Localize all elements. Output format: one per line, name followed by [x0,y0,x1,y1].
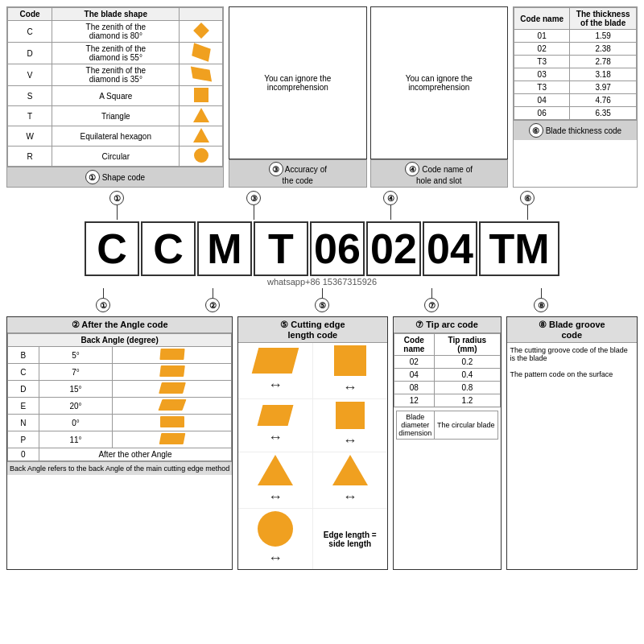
big-letters-section: C C M T 06 02 04 TM whatsapp+86 15367315… [0,221,644,287]
table-row: 0After the other Angle [8,448,232,461]
letter-T: T [254,221,308,276]
ann-3: ③ [246,191,261,220]
letter-04: 04 [423,221,477,276]
table-row: 020.2 [394,356,500,369]
table-row: 121.2 [394,394,500,407]
shape-col-desc: The blade shape [52,8,180,21]
tip-arc-title: ⑦ Tip arc code [394,317,501,333]
cutting-edge-title: ⑤ Cutting edgelength code [238,317,386,343]
table-row: 011.59 [514,30,637,43]
watermark: whatsapp+86 15367315926 [6,277,638,287]
angle-table: ② After the Angle code Back Angle (degre… [6,316,233,570]
table-row: C The zenith of thediamond is 80° [8,21,223,43]
letter-M: M [197,221,252,276]
ann-6: ⑥ [520,191,535,220]
table-row: B5° [8,347,232,364]
cut-row-2: ↔ ↔ [238,399,386,452]
table-row: R Circular [8,147,223,167]
ann-1: ① [109,191,124,220]
table-row: 040.4 [394,369,500,382]
info-box-4: You can ignore theincomprehension [370,6,509,159]
blade-groove-title: ⑧ Blade groovecode [507,317,637,343]
table-row: P11° [8,431,232,448]
ann-bottom-2: ② [205,288,220,312]
table-row: D The zenith of thediamond is 55° [8,43,223,64]
table-row: 080.8 [394,382,500,394]
shape-col-icon [180,8,223,21]
shape-col-code: Code [8,8,52,21]
tip-arc-note: Bladediameterdimension The circular blad… [394,407,501,442]
cut-row-3: ↔ ↔ [238,452,386,509]
blade-groove-table: ⑧ Blade groovecode The cutting groove co… [506,316,638,570]
info-box-4-footer: ④ Code name ofhole and slot [370,159,509,188]
letter-TM: TM [479,221,559,276]
table-row: V The zenith of thediamond is 35° [8,64,223,86]
angle-table-title: ② After the Angle code [7,317,232,333]
letter-02: 02 [366,221,421,276]
big-letters-row: C C M T 06 02 04 TM [6,221,638,276]
tip-arc-table: ⑦ Tip arc code Codename Tip radius(mm) 0… [393,316,502,570]
table-row: 022.38 [514,43,637,56]
table-row: 044.76 [514,94,637,107]
shape-footer: ① Shape code [7,167,223,187]
ann-4: ④ [383,191,398,220]
table-row: D15° [8,381,232,398]
table-row: N0° [8,415,232,431]
ann-bottom-1: ① [96,288,110,312]
table-row: T Triangle [8,106,223,126]
shape-code-table: Code The blade shape C The zenith of the… [6,6,224,188]
ann-bottom-5: ⑤ [315,288,329,312]
table-row: T32.78 [514,56,637,68]
thickness-footer: ⑥ Blade thickness code [514,120,637,140]
table-row: T33.97 [514,81,637,94]
letter-C2: C [141,221,196,276]
table-row: S A Square [8,86,223,106]
ann-bottom-8: ⑧ [534,288,548,312]
table-row: 033.18 [514,68,637,81]
cut-row-1: ↔ ↔ [238,343,386,399]
table-row: 066.35 [514,107,637,120]
ann-bottom-7: ⑦ [424,288,439,312]
info-box-3: You can ignore theincomprehension [229,6,367,159]
blade-groove-content: The cutting groove code of the blade is … [507,343,637,382]
bottom-section: ② After the Angle code Back Angle (degre… [0,313,644,573]
thickness-table: Code name The thicknessof the blade 011.… [513,6,638,188]
letter-06: 06 [310,221,365,276]
info-box-3-footer: ③ Accuracy ofthe code [229,159,367,188]
cutting-edge-table: ⑤ Cutting edgelength code ↔ ↔ ↔ [237,316,387,570]
angle-note: Back Angle refers to the back Angle of t… [7,461,232,475]
letter-C1: C [85,221,139,276]
table-row: C7° [8,364,232,381]
table-row: W Equilateral hexagon [8,126,223,147]
cut-row-4: ↔ Edge length = side length [238,509,386,569]
table-row: E20° [8,398,232,415]
